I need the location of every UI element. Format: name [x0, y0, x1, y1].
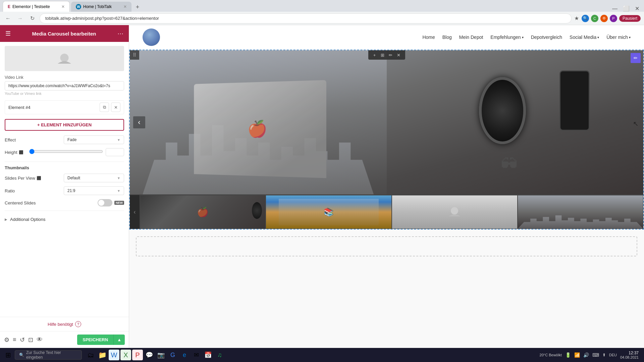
nav-blog[interactable]: Blog: [442, 35, 452, 40]
ext-icon-1[interactable]: 🔍: [582, 15, 589, 22]
nav-empfehlungen[interactable]: Empfehlungen ▾: [490, 35, 523, 40]
wifi-icon: 📶: [574, 352, 580, 358]
start-btn[interactable]: ⊞: [3, 350, 13, 360]
nav-social-media[interactable]: Social Media ▾: [570, 35, 599, 40]
hamburger-icon[interactable]: ☰: [5, 30, 11, 37]
taskbar-app-calendar[interactable]: 📅: [203, 350, 213, 360]
taskbar-app-explorer[interactable]: 🗂: [85, 350, 96, 360]
right-panel: Home Blog Mein Depot Empfehlungen ▾ Depo…: [129, 25, 644, 348]
thumbnail-item-3[interactable]: [392, 195, 518, 229]
save-arrow-btn[interactable]: ▲: [114, 335, 125, 345]
thumbnail-item-4[interactable]: [518, 195, 643, 229]
browser-extension-icons: 🔍 C ⚙ P Pausiert: [582, 15, 641, 22]
effect-select[interactable]: Fade ▼: [64, 135, 124, 144]
toolbar-grid-btn[interactable]: ⊞: [379, 51, 386, 59]
grid-icon[interactable]: ⋯: [117, 30, 123, 37]
social-media-arrow: ▾: [597, 36, 599, 39]
nav-home[interactable]: Home: [422, 35, 435, 40]
thumbnail-item-2[interactable]: 📚: [266, 195, 391, 229]
slides-per-view-select[interactable]: Default ▼: [64, 174, 124, 182]
toolbar-edit-btn[interactable]: ✏: [387, 51, 394, 59]
taskbar: ⊞ 🔍 Zur Suche Text hier eingeben 🗂 📁 W X…: [0, 348, 644, 362]
responsive-icon[interactable]: ⊡: [28, 336, 33, 344]
ext-icon-2[interactable]: C: [591, 15, 598, 22]
toolbar-close-btn[interactable]: ✕: [395, 51, 402, 59]
taskbar-app-edge[interactable]: e: [179, 350, 190, 360]
carousel-pencil-btn[interactable]: ✏: [631, 53, 641, 63]
height-slider[interactable]: [29, 149, 103, 154]
height-value-input[interactable]: [106, 148, 124, 156]
taskbar-app-files[interactable]: 📁: [97, 350, 108, 360]
site-nav: Home Blog Mein Depot Empfehlungen ▾ Depo…: [422, 35, 631, 40]
taskbar-app-browser[interactable]: G: [167, 350, 178, 360]
new-tab-btn[interactable]: +: [133, 2, 142, 12]
element-delete-btn[interactable]: ✕: [111, 103, 120, 112]
thumbnail-strip: ‹ 🍎 📚: [130, 194, 643, 229]
effect-dropdown-arrow: ▼: [117, 138, 120, 142]
element-label: Element #4: [8, 105, 31, 110]
centered-slides-toggle[interactable]: [98, 199, 112, 206]
clock: 12:37 04.08.2021: [620, 351, 639, 359]
element-row: Element #4 ⧉ ✕: [5, 100, 124, 114]
effect-value: Fade: [67, 137, 76, 142]
additional-options-header[interactable]: ▶ Additional Options: [5, 214, 124, 225]
back-btn[interactable]: ←: [3, 14, 13, 23]
taskbar-search[interactable]: 🔍 Zur Suche Text hier eingeben: [15, 350, 82, 360]
address-bar[interactable]: [40, 13, 572, 23]
taskbar-app-music[interactable]: ♫: [214, 350, 225, 360]
taskbar-app-mail[interactable]: ✉: [191, 350, 202, 360]
effect-label: Effect: [5, 137, 16, 142]
panel-content: Video Link YouTube or Vimeo link Element…: [0, 42, 129, 317]
taskbar-app-5[interactable]: 💬: [144, 350, 155, 360]
system-tray-icons: ⬆: [602, 353, 606, 357]
thumbnail-item-1[interactable]: 🍎: [140, 195, 266, 229]
reload-btn[interactable]: ↻: [28, 14, 37, 23]
history-icon[interactable]: ↺: [20, 336, 25, 344]
ext-icon-3[interactable]: ⚙: [600, 15, 608, 22]
keyboard-icon: ⌨: [592, 352, 599, 358]
taskbar-app-powerpoint[interactable]: P: [132, 350, 143, 360]
eye-icon[interactable]: 👁: [37, 336, 43, 343]
layers-icon[interactable]: ≡: [13, 336, 16, 343]
image-placeholder-icon: [56, 50, 73, 67]
divider-2: [5, 210, 124, 211]
help-label: Hilfe benötigt: [48, 322, 73, 327]
nav-ueber-mich[interactable]: Über mich ▾: [606, 35, 631, 40]
centered-slides-row: Centered Slides NEW: [5, 199, 124, 206]
taskbar-app-6[interactable]: 📷: [156, 350, 166, 360]
video-link-input[interactable]: [5, 81, 124, 90]
ratio-select[interactable]: 21:9 ▼: [64, 186, 124, 195]
new-badge: NEW: [114, 201, 124, 205]
tab-elementor[interactable]: E Elementor | Testseite ✕: [3, 1, 70, 12]
nav-depotvergleich[interactable]: Depotvergleich: [531, 35, 562, 40]
carousel-drag-handle[interactable]: ⠿: [130, 50, 139, 60]
slides-dropdown-arrow: ▼: [117, 176, 120, 180]
profile-btn[interactable]: Pausiert: [619, 15, 641, 22]
thumb3-placeholder-icon: [446, 204, 463, 221]
browser-minimize[interactable]: —: [610, 6, 620, 12]
settings-icon[interactable]: ⚙: [4, 336, 9, 344]
site-logo: [143, 28, 160, 46]
browser-maximize[interactable]: ⬜: [621, 5, 632, 12]
bookmark-btn[interactable]: ★: [574, 15, 579, 21]
help-footer[interactable]: Hilfe benötigt ?: [0, 317, 129, 331]
forward-btn[interactable]: →: [15, 14, 25, 23]
additional-options-label: Additional Options: [10, 217, 46, 222]
add-element-btn[interactable]: + ELEMENT HINZUFÜGEN: [5, 119, 124, 131]
taskbar-app-excel[interactable]: X: [120, 350, 131, 360]
element-copy-btn[interactable]: ⧉: [100, 103, 109, 112]
tab-close-tobitalk[interactable]: ✕: [123, 4, 127, 9]
taskbar-apps: 🗂 📁 W X P 💬 📷 G e ✉ 📅 ♫: [85, 350, 225, 360]
taskbar-app-word[interactable]: W: [109, 350, 119, 360]
carousel-prev-btn[interactable]: ‹: [133, 116, 145, 128]
toolbar-add-btn[interactable]: +: [371, 51, 378, 59]
tab-close-elementor[interactable]: ✕: [61, 4, 65, 9]
nav-mein-depot[interactable]: Mein Depot: [459, 35, 483, 40]
save-btn[interactable]: SPEICHERN: [77, 335, 114, 345]
thumb-prev-btn[interactable]: ‹: [130, 195, 140, 229]
tab-tobitalk[interactable]: W Home | TobiTalk ✕: [71, 2, 131, 12]
ext-icon-4[interactable]: P: [610, 15, 617, 22]
browser-close[interactable]: ✕: [633, 5, 641, 12]
tab-favicon-wp: W: [76, 4, 81, 9]
height-label: Height ⬛: [5, 150, 26, 155]
